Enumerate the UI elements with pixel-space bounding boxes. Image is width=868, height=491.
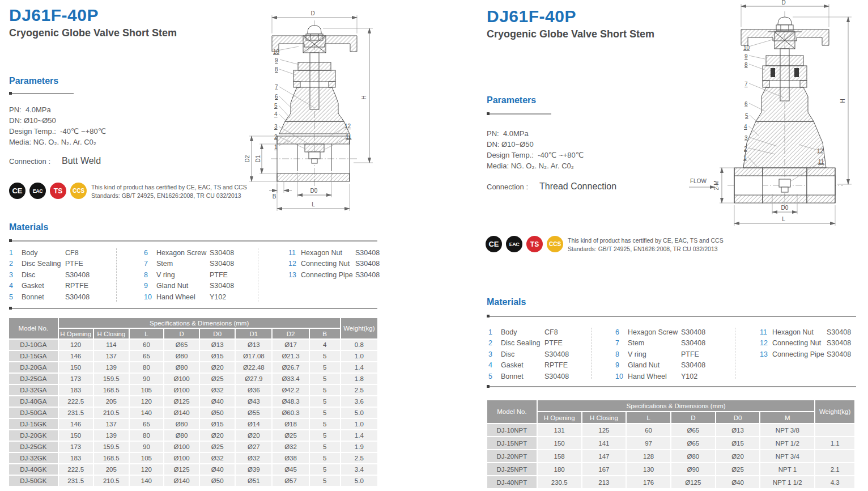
table-cell: Ø43 — [236, 396, 271, 407]
materials-col-2: 6Hexagon ScrewS304087StemS304088V ringPT… — [615, 327, 705, 382]
svg-text:4: 4 — [274, 111, 278, 117]
param-line: DN: Ø10~Ø50 — [9, 115, 106, 126]
model-no-cell: DJ-25GK — [9, 442, 58, 452]
material-name: Bonnet — [22, 293, 65, 301]
ccs-badge-icon: CCS — [70, 183, 87, 199]
table-cell: 114 — [94, 340, 129, 350]
cert-line2: Standards: GB/T 24925, EN1626:2008, TR C… — [91, 192, 247, 200]
table-cell: 5 — [310, 408, 340, 418]
model-no-cell: DJ-50GA — [9, 408, 58, 418]
table-cell: Ø125 — [164, 396, 199, 407]
column-header: H Opening — [538, 412, 581, 423]
material-value: S30408 — [827, 328, 851, 336]
material-name: Hexagon Screw — [156, 249, 210, 257]
column-header: D2 — [273, 329, 308, 338]
table-cell: Ø100 — [164, 374, 199, 384]
table-cell: Ø13 — [716, 424, 760, 436]
table-cell: 5.0 — [341, 408, 377, 418]
material-number: 10 — [144, 293, 156, 301]
table-cell: Ø90 — [671, 463, 715, 475]
model-no-cell: DJ-40NPT — [487, 476, 537, 488]
material-value: S30408 — [65, 271, 90, 279]
material-name: Gasket — [501, 361, 544, 369]
table-cell: 65 — [130, 419, 163, 429]
table-cell: 128 — [627, 450, 670, 462]
material-name: Disc — [501, 350, 544, 358]
column-header: D — [164, 329, 199, 338]
material-row: 11Hexagon NutS30408 — [288, 247, 380, 259]
material-row: 3DiscS30408 — [488, 349, 569, 360]
cert-text: This kind of product has certified by CE… — [91, 183, 247, 200]
material-row: 10Hand WheelY102 — [615, 371, 705, 382]
table-row: DJ-20GK15013980Ø80Ø20Ø20Ø2551.4 — [9, 430, 377, 441]
svg-text:L: L — [782, 216, 785, 222]
material-name: Body — [22, 249, 65, 257]
spec-table-left: Model No.Specifications & Dimensions (mm… — [8, 317, 378, 487]
svg-text:5: 5 — [274, 103, 278, 109]
material-value: S30408 — [210, 282, 234, 290]
material-name: Bonnet — [501, 373, 544, 380]
table-row: DJ-15GA14613765Ø80Ø15Ø17.08Ø21.351.0 — [9, 351, 377, 361]
material-row: 9Gland NutS30408 — [615, 360, 705, 371]
table-cell: Ø25 — [273, 430, 308, 441]
model-no-cell: DJ-15NPT — [487, 437, 537, 449]
table-cell — [815, 424, 854, 436]
svg-text:6: 6 — [744, 101, 748, 107]
param-line: Design Temp.: -40℃ ~+80℃ — [9, 126, 106, 137]
cert-badges: CE EAC TS CCS — [9, 183, 87, 199]
table-cell: 1.0 — [341, 351, 377, 361]
parameters-heading: Parameters — [9, 76, 58, 86]
material-number: 5 — [488, 373, 501, 380]
table-cell: Ø80 — [164, 430, 199, 441]
material-row: 1BodyCF8 — [488, 327, 569, 338]
page-subtitle: Cryogenic Globe Valve Short Stem — [487, 28, 654, 40]
table-cell: 105 — [130, 453, 163, 463]
material-name: Hexagon Nut — [772, 328, 827, 336]
page-subtitle: Cryogenic Globe Valve Short Stem — [9, 27, 177, 39]
material-number: 9 — [144, 282, 156, 290]
table-cell: 183 — [59, 385, 93, 395]
table-row: DJ-32GA183168.5105Ø100Ø32Ø36Ø42.252.5 — [9, 385, 377, 395]
table-cell: Ø80 — [164, 419, 199, 429]
material-value: S30408 — [681, 361, 705, 369]
material-row: 6Hexagon ScrewS30408 — [615, 327, 705, 338]
table-cell: 5 — [310, 396, 340, 407]
table-cell: 5 — [310, 351, 340, 361]
table-cell: 5.0 — [341, 476, 377, 486]
table-cell: 1.4 — [341, 430, 377, 441]
table-cell: 90 — [130, 442, 163, 452]
material-row: 2Disc SealingPTFE — [488, 338, 569, 349]
section-rule — [9, 240, 377, 242]
material-name: Connecting Nut — [772, 339, 827, 347]
column-header: H Opening — [59, 329, 93, 338]
table-cell: Ø60.3 — [273, 408, 308, 418]
table-cell: Ø26.7 — [273, 362, 308, 373]
table-row: DJ-15NPT15014197Ø65Ø15NPT 1/21.1 — [487, 437, 854, 449]
material-name: Stem — [156, 260, 210, 268]
table-cell: 146 — [59, 351, 93, 361]
table-cell: Ø38 — [273, 453, 308, 463]
materials-col-2: 6Hexagon ScrewS304087StemS304088V ringPT… — [144, 247, 234, 303]
table-row: DJ-40NPT230.5213176Ø125Ø40NPT 1 1/24.3 — [487, 476, 854, 488]
svg-text:2-M: 2-M — [713, 180, 720, 190]
svg-text:7: 7 — [275, 84, 278, 90]
column-header: D1 — [236, 329, 271, 338]
table-cell: 139 — [94, 362, 129, 373]
table-cell: 2.1 — [815, 463, 854, 475]
material-row: 3DiscS30408 — [9, 269, 90, 281]
material-value: S30408 — [355, 271, 380, 279]
table-cell: Ø20 — [236, 430, 271, 441]
material-number: 13 — [760, 350, 772, 358]
param-line: Design Temp.: -40℃ ~+80℃ — [487, 150, 584, 160]
material-row: 8V ringPTFE — [144, 269, 234, 281]
table-cell: Ø33.4 — [273, 374, 308, 384]
table-cell: 80 — [130, 362, 163, 373]
material-name: Gland Nut — [628, 361, 681, 369]
material-value: PTFE — [681, 350, 699, 358]
param-line: Media: NG. O₂. N₂. Ar. C0₂ — [487, 160, 584, 171]
model-no-cell: DJ-40GK — [9, 464, 58, 475]
materials-divider — [258, 248, 258, 302]
materials-divider — [116, 248, 117, 302]
material-value: CF8 — [544, 328, 558, 336]
table-cell: 120 — [130, 464, 163, 475]
